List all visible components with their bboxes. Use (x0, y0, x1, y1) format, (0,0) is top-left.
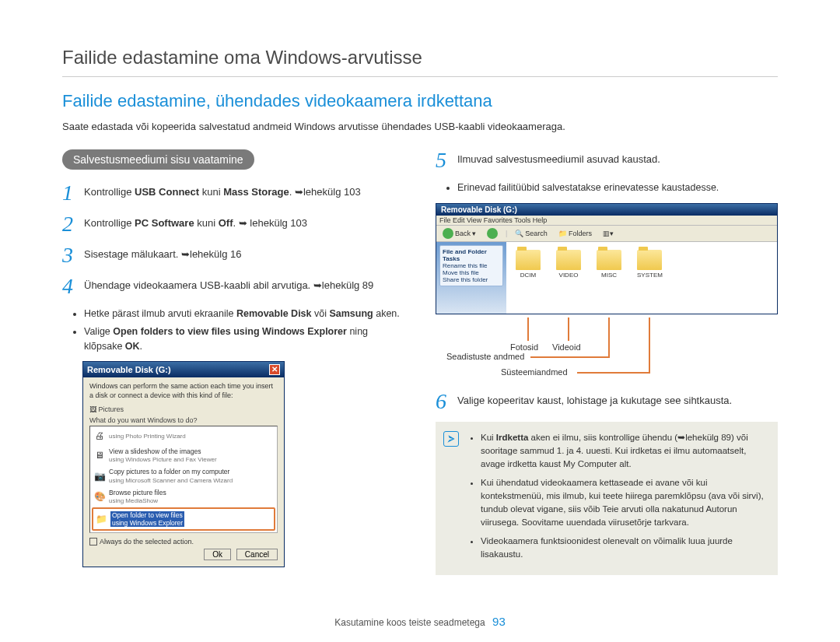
forward-button[interactable] (484, 227, 501, 240)
folder-system[interactable]: SYSTEM (637, 250, 663, 279)
window-title: Removable Disk (G:) (436, 204, 777, 216)
close-icon[interactable]: ✕ (269, 364, 280, 375)
step-number: 5 (436, 149, 451, 171)
step-text: Valige kopeeritav kaust, lohistage ja ku… (457, 391, 778, 412)
page-number: 93 (492, 615, 506, 628)
mediashow-icon: 🎨 (93, 491, 106, 503)
step-bold: PC Software (135, 217, 194, 229)
callout-seadistuste: Seadistuste andmed (446, 352, 524, 361)
bullet-bold: OK (125, 341, 140, 352)
page-title: Failide edastamine oma Windows-arvutisse (62, 47, 778, 77)
footer-text: Kasutamine koos teiste seadmetega (334, 617, 485, 628)
step-5: 5 Ilmuvad salvestusmeediumil asuvad kaus… (436, 149, 778, 171)
dialog-message: Windows can perform the same action each… (89, 382, 278, 400)
folders-button[interactable]: 📁 Folders (555, 229, 595, 238)
explorer-folder-pane: DCIM VIDEO MISC SYSTEM (506, 242, 777, 314)
step-text: Ühendage videokaamera USB-kaabli abil ar… (84, 275, 404, 297)
autoplay-option-selected[interactable]: 📁Open folder to view filesusing Windows … (92, 507, 275, 531)
subsection-pill: Salvestusmeediumi sisu vaatamine (62, 149, 254, 170)
note-text: Videokaamera funktsioonidest olenevalt o… (481, 535, 767, 562)
note-text: Kui (481, 433, 496, 442)
bullet-text: või (312, 308, 330, 319)
callout-videoid: Videoid (552, 342, 581, 352)
sidebar-link[interactable]: Share this folder (443, 276, 488, 283)
checkbox-label: Always do the selected action. (100, 538, 194, 546)
step-text: Kontrollige (84, 217, 135, 229)
note-bold: Irdketta (496, 433, 529, 442)
step-3: 3 Sisestage mälukaart. ➥lehekülg 16 (62, 244, 404, 266)
dialog-prompt: What do you want Windows to do? (89, 416, 278, 424)
step-5-bullets: Erinevad failitüübid salvestatakse erine… (457, 181, 778, 195)
step-number: 1 (62, 182, 78, 204)
intro-text: Saate edastada või kopeerida salvestatud… (62, 121, 778, 132)
bullet-bold: Samsung (329, 308, 373, 319)
explorer-window: Removable Disk (G:) File Edit View Favor… (436, 203, 778, 314)
bullet-text: Erinevad failitüübid salvestatakse erine… (457, 181, 778, 195)
back-button[interactable]: Back ▾ (439, 227, 479, 240)
dialog-title: Removable Disk (G:) (87, 365, 171, 374)
sidebar-link[interactable]: Rename this file (443, 262, 487, 269)
step-text: Kontrollige (84, 186, 135, 198)
note-text: Kui ühendatud videokaamera kettaseade ei… (481, 476, 767, 530)
step-text: Ilmuvad salvestusmeediumil asuvad kausta… (457, 149, 778, 171)
bullet-text: Valige (84, 326, 113, 337)
autoplay-option[interactable]: 🖨using Photo Printing Wizard (92, 428, 275, 445)
note-icon (443, 431, 459, 447)
printer-icon: 🖨 (93, 430, 106, 443)
folder-misc[interactable]: MISC (597, 250, 621, 279)
page-footer: Kasutamine koos teiste seadmetega 93 (0, 615, 840, 628)
step-text: . ➥ lehekülg 103 (233, 217, 307, 229)
bullet-bold: Open folders to view files using Windows… (113, 326, 347, 337)
bullet-text: Hetke pärast ilmub arvuti ekraanile (84, 308, 236, 319)
step-4: 4 Ühendage videokaamera USB-kaabli abil … (62, 275, 404, 297)
toolbar: Back ▾ | 🔍 Search 📁 Folders ▥▾ (436, 226, 777, 242)
callout-systeem: Süsteemiandmed (501, 367, 568, 377)
bullet-bold: Removable Disk (236, 308, 312, 319)
bullet-text: . (140, 341, 142, 352)
file-type-label: 🖼 Pictures (89, 405, 278, 413)
always-checkbox[interactable]: Always do the selected action. (89, 538, 278, 546)
bullet-text: aken. (373, 308, 400, 319)
step-text: . ➥lehekülg 103 (289, 186, 361, 198)
autoplay-dialog: Removable Disk (G:) ✕ Windows can perfor… (82, 361, 285, 567)
callout-fotosid: Fotosid (510, 342, 538, 352)
step-bold: Mass Storage (223, 186, 289, 198)
step-text: Sisestage mälukaart. ➥lehekülg 16 (84, 244, 404, 266)
folder-dcim[interactable]: DCIM (516, 250, 541, 279)
step-number: 4 (62, 275, 78, 297)
section-title: Failide edastamine, ühendades videokaame… (62, 91, 778, 111)
step-4-bullets: Hetke pärast ilmub arvuti ekraanile Remo… (84, 307, 404, 353)
step-1: 1 Kontrollige USB Connect kuni Mass Stor… (62, 182, 404, 204)
ok-button[interactable]: Ok (204, 549, 231, 560)
folder-video[interactable]: VIDEO (556, 250, 581, 279)
slideshow-icon: 🖥 (93, 449, 106, 461)
sidebar-link[interactable]: Move this file (443, 269, 479, 276)
autoplay-option-list[interactable]: 🖨using Photo Printing Wizard 🖥View a sli… (89, 426, 278, 534)
autoplay-option[interactable]: 🖥View a slideshow of the imagesusing Win… (92, 445, 275, 466)
note-box: Kui Irdketta aken ei ilmu, siis kontroll… (436, 422, 778, 575)
camera-icon: 📷 (93, 470, 106, 482)
step-number: 6 (436, 391, 451, 412)
step-number: 2 (62, 213, 78, 235)
views-button[interactable]: ▥▾ (600, 229, 617, 238)
step-text: kuni (194, 217, 219, 229)
explorer-sidebar: File and Folder Tasks Rename this file M… (436, 242, 506, 314)
autoplay-option[interactable]: 📷Copy pictures to a folder on my compute… (92, 465, 275, 486)
cancel-button[interactable]: Cancel (236, 549, 278, 560)
folder-callouts: Fotosid Videoid Seadistuste andmed Süste… (436, 317, 778, 384)
step-2: 2 Kontrollige PC Software kuni Off. ➥ le… (62, 213, 404, 235)
sidebar-panel-header: File and Folder Tasks (443, 248, 487, 262)
step-bold: USB Connect (135, 186, 199, 198)
menubar[interactable]: File Edit View Favorites Tools Help (436, 216, 777, 226)
folder-icon: 📁 (95, 513, 107, 525)
search-button[interactable]: 🔍 Search (512, 229, 551, 238)
step-text: kuni (199, 186, 223, 198)
step-6: 6 Valige kopeeritav kaust, lohistage ja … (436, 391, 778, 412)
step-number: 3 (62, 244, 78, 266)
step-bold: Off (219, 217, 233, 229)
autoplay-option[interactable]: 🎨Browse picture filesusing MediaShow (92, 486, 275, 507)
